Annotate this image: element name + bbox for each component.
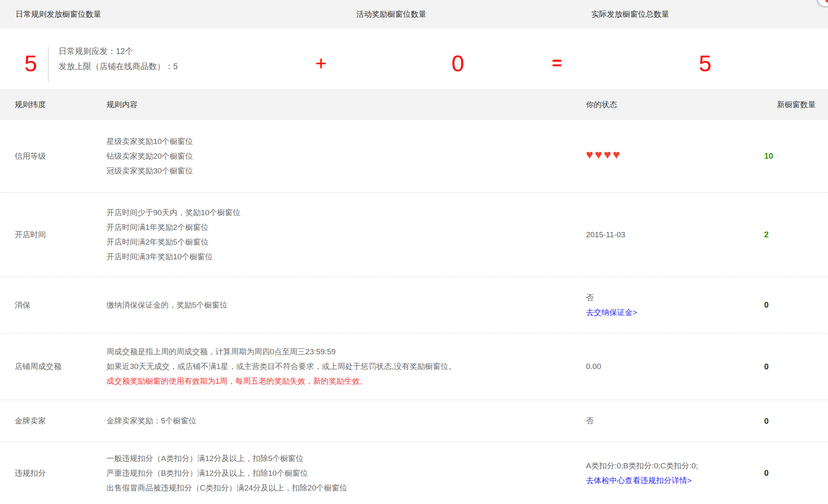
status-cell: 0.00 — [586, 359, 733, 374]
status-cell: 2015-11-03 — [586, 227, 733, 242]
new-count-cell: 10 — [733, 151, 828, 161]
daily-notes: 日常规则应发：12个 发放上限（店铺在线商品数）：5 — [59, 46, 178, 72]
status-text: A类扣分:0;B类扣分:0;C类扣分:0; — [586, 459, 733, 473]
status-cell: 否 — [586, 414, 733, 428]
daily-rule-count-title: 日常规则发放橱窗位数量 — [16, 0, 101, 29]
rule-content-cell: 缴纳消保保证金的，奖励5个橱窗位 — [106, 298, 586, 313]
credit-level-hearts-icon: ♥♥♥♥ — [586, 148, 622, 161]
status-action-link[interactable]: 去体检中心查看违规扣分详情> — [586, 476, 692, 485]
equals-operator: = — [552, 55, 562, 72]
status-cell: ♥♥♥♥ — [586, 148, 733, 164]
table-row: 消保 缴纳消保保证金的，奖励5个橱窗位 否去交纳保证金> 0 — [0, 277, 828, 333]
rule-content-line: 冠级卖家奖励30个橱窗位 — [106, 164, 586, 178]
rule-dimension-label: 店铺周成交额 — [15, 361, 106, 372]
new-count-cell: 0 — [733, 362, 828, 371]
showcase-slot-rules-page: 日常规则发放橱窗位数量 活动奖励橱窗位数量 实际发放橱窗位总数量 5 日常规则应… — [0, 0, 828, 504]
status-link-row: 去交纳保证金> — [586, 305, 733, 320]
rule-content-line: 开店时间满1年奖励2个橱窗位 — [106, 220, 586, 235]
table-header-row: 规则纬度 规则内容 你的状态 新橱窗数量 — [0, 89, 828, 120]
rule-content-line: 成交额奖励橱窗的使用有效期为1周，每周五老的奖励失效，新的奖励生效。 — [106, 374, 586, 389]
daily-note-expected: 日常规则应发：12个 — [59, 46, 178, 56]
status-cell: 否去交纳保证金> — [586, 290, 733, 320]
rule-dimension-label: 金牌卖家 — [15, 416, 106, 426]
table-row: 开店时间 开店时间少于90天内，奖励10个橱窗位开店时间满1年奖励2个橱窗位开店… — [0, 193, 828, 277]
actual-total-count-title: 实际发放橱窗位总数量 — [591, 0, 669, 29]
new-count-cell: 0 — [733, 468, 828, 478]
new-count-cell: 0 — [733, 300, 828, 310]
rule-content-line: 钻级卖家奖励20个橱窗位 — [106, 149, 586, 164]
header-your-status: 你的状态 — [586, 89, 617, 120]
header-rule-dimension: 规则纬度 — [15, 89, 46, 120]
status-text: 2015-11-03 — [586, 227, 733, 242]
new-count-value: 10 — [764, 151, 773, 160]
rule-content-line: 星级卖家奖励10个橱窗位 — [106, 134, 586, 149]
new-count-value: 2 — [764, 230, 769, 239]
rule-dimension-label: 消保 — [15, 300, 106, 310]
rule-content-line: 缴纳消保保证金的，奖励5个橱窗位 — [106, 298, 586, 313]
rule-content-line: 出售假冒商品被违规扣分（C类扣分）满24分及以上，扣除20个橱窗位 — [106, 481, 586, 495]
vertical-divider — [48, 47, 49, 82]
status-text: 0.00 — [586, 359, 733, 374]
rule-content-cell: 周成交额是指上周的周成交额，计算周期为周四0点至周三23:59:59如果近30天… — [106, 344, 586, 389]
rule-content-line: 一般违规扣分（A类扣分）满12分及以上，扣除5个橱窗位 — [106, 451, 586, 466]
table-row: 金牌卖家 金牌卖家奖励：5个橱窗位 否 0 — [0, 400, 828, 442]
rule-dimension-label: 开店时间 — [15, 230, 106, 240]
header-rule-content: 规则内容 — [106, 89, 138, 120]
rule-content-cell: 金牌卖家奖励：5个橱窗位 — [106, 414, 586, 428]
rule-content-line: 开店时间满3年奖励10个橱窗位 — [106, 250, 586, 264]
activity-reward-count-title: 活动奖励橱窗位数量 — [356, 0, 426, 29]
daily-note-cap: 发放上限（店铺在线商品数）：5 — [59, 61, 178, 72]
activity-count-value: 0 — [451, 52, 464, 75]
status-cell: A类扣分:0;B类扣分:0;C类扣分:0;去体检中心查看违规扣分详情> — [586, 459, 733, 488]
status-link-row: 去体检中心查看违规扣分详情> — [586, 473, 733, 488]
rule-content-line: 严重违规扣分（B类扣分）满12分及以上，扣除10个橱窗位 — [106, 466, 586, 481]
status-text: 否 — [586, 414, 733, 428]
rules-table-body: 信用等级 星级卖家奖励10个橱窗位钻级卖家奖励20个橱窗位冠级卖家奖励30个橱窗… — [0, 120, 828, 504]
new-count-value: 0 — [764, 468, 769, 477]
table-row: 违规扣分 一般违规扣分（A类扣分）满12分及以上，扣除5个橱窗位严重违规扣分（B… — [0, 442, 828, 504]
rule-content-cell: 开店时间少于90天内，奖励10个橱窗位开店时间满1年奖励2个橱窗位开店时间满2年… — [106, 205, 586, 264]
table-row: 店铺周成交额 周成交额是指上周的周成交额，计算周期为周四0点至周三23:59:5… — [0, 333, 828, 400]
rule-content-cell: 星级卖家奖励10个橱窗位钻级卖家奖励20个橱窗位冠级卖家奖励30个橱窗位 — [106, 134, 586, 178]
plus-operator: + — [315, 54, 327, 73]
total-count-value: 5 — [699, 52, 711, 75]
summary-title-bar: 日常规则发放橱窗位数量 活动奖励橱窗位数量 实际发放橱窗位总数量 — [0, 0, 828, 29]
rule-content-cell: 一般违规扣分（A类扣分）满12分及以上，扣除5个橱窗位严重违规扣分（B类扣分）满… — [106, 451, 586, 495]
rule-content-line: 周成交额是指上周的周成交额，计算周期为周四0点至周三23:59:59 — [106, 344, 586, 359]
rule-content-line: 如果近30天无成交，或店铺不满1星，或主营类目不符合要求，或上周处于惩罚状态,没… — [106, 359, 586, 374]
rule-dimension-label: 违规扣分 — [15, 468, 106, 479]
new-count-cell: 2 — [733, 230, 828, 239]
daily-count-value: 5 — [24, 52, 37, 75]
rule-content-line: 开店时间满2年奖励5个橱窗位 — [106, 235, 586, 250]
new-count-value: 0 — [764, 362, 769, 371]
rule-dimension-label: 信用等级 — [15, 151, 106, 162]
rule-content-line: 金牌卖家奖励：5个橱窗位 — [106, 414, 586, 428]
new-count-value: 0 — [764, 300, 769, 309]
new-count-cell: 0 — [733, 416, 828, 426]
rule-content-line: 开店时间少于90天内，奖励10个橱窗位 — [106, 205, 586, 220]
header-new-showcase-count: 新橱窗数量 — [777, 89, 816, 120]
new-count-value: 0 — [764, 416, 769, 425]
summary-calculation-row: 5 日常规则应发：12个 发放上限（店铺在线商品数）：5 + 0 = 5 — [0, 29, 828, 89]
status-text: 否 — [586, 290, 733, 305]
status-action-link[interactable]: 去交纳保证金> — [586, 308, 637, 317]
badge-dot-icon — [826, 0, 828, 2]
table-row: 信用等级 星级卖家奖励10个橱窗位钻级卖家奖励20个橱窗位冠级卖家奖励30个橱窗… — [0, 120, 828, 193]
